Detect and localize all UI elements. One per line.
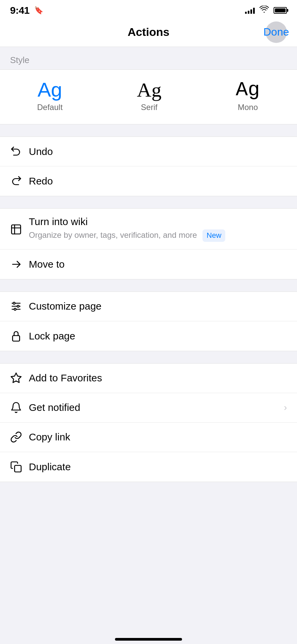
style-default-ag: Ag [38,80,62,100]
wiki-label: Turn into wiki [29,216,225,227]
actions-header: Actions Done [0,19,297,47]
status-left: 9:41 🔖 [10,5,43,16]
customize-page-label: Customize page [29,301,102,312]
section-divider-1 [0,124,297,137]
undo-redo-section: Undo Redo [0,137,297,196]
favorites-section: Add to Favorites Get notified › Copy lin… [0,363,297,482]
redo-label: Redo [29,175,53,187]
bell-icon [10,401,29,414]
wifi-icon [259,6,269,15]
signal-bars-icon [245,7,255,14]
status-time: 9:41 [10,5,29,16]
duplicate-icon [10,461,29,473]
wiki-move-section: Turn into wiki Organize by owner, tags, … [0,208,297,279]
style-options: Ag Default Ag Serif Ag Mono [0,76,297,117]
battery-icon [274,7,287,14]
style-serif-label: Serif [141,103,157,112]
svg-rect-0 [12,225,21,234]
svg-rect-7 [13,335,20,341]
wiki-icon [10,222,29,235]
add-to-favorites-item[interactable]: Add to Favorites [0,364,297,393]
lock-icon [10,330,29,342]
svg-marker-8 [11,373,21,383]
section-divider-2 [0,196,297,208]
redo-icon [10,175,29,187]
style-default-label: Default [37,103,63,112]
wiki-sublabel: Organize by owner, tags, verification, a… [29,229,225,242]
duplicate-label: Duplicate [29,461,71,473]
turn-into-wiki-item[interactable]: Turn into wiki Organize by owner, tags, … [0,209,297,250]
style-mono-label: Mono [238,103,258,112]
copy-link-item[interactable]: Copy link [0,423,297,452]
svg-point-6 [14,308,16,310]
status-right [245,6,287,15]
copy-link-label: Copy link [29,431,70,443]
home-indicator [115,638,182,641]
style-default[interactable]: Ag Default [37,80,63,112]
svg-point-4 [13,302,15,304]
new-badge: New [202,229,225,242]
move-to-label: Move to [29,259,65,270]
lock-page-item[interactable]: Lock page [0,321,297,351]
customize-lock-section: Customize page Lock page [0,291,297,351]
undo-item[interactable]: Undo [0,137,297,166]
get-notified-item[interactable]: Get notified › [0,393,297,423]
done-button[interactable]: Done [265,21,287,43]
move-icon [10,258,29,270]
wiki-content: Turn into wiki Organize by owner, tags, … [29,216,225,242]
undo-label: Undo [29,146,53,157]
style-serif-ag: Ag [137,80,161,100]
customize-icon [10,300,29,312]
style-mono[interactable]: Ag Mono [236,80,260,112]
lock-page-label: Lock page [29,330,75,342]
status-bar: 9:41 🔖 [0,0,297,19]
style-section-label: Style [0,47,297,69]
customize-page-item[interactable]: Customize page [0,292,297,321]
add-to-favorites-label: Add to Favorites [29,372,102,384]
bookmark-icon: 🔖 [34,6,43,15]
chevron-right-icon: › [284,402,287,413]
get-notified-label: Get notified [29,402,80,413]
duplicate-item[interactable]: Duplicate [0,452,297,482]
undo-icon [10,146,29,158]
section-divider-4 [0,351,297,363]
style-section: Ag Default Ag Serif Ag Mono [0,69,297,124]
link-icon [10,431,29,443]
star-icon [10,372,29,384]
redo-item[interactable]: Redo [0,166,297,196]
svg-rect-9 [15,465,21,472]
svg-point-5 [17,305,19,307]
page-title: Actions [128,25,170,39]
style-serif[interactable]: Ag Serif [137,80,161,112]
move-to-item[interactable]: Move to [0,250,297,279]
style-mono-ag: Ag [236,80,260,100]
section-divider-3 [0,279,297,291]
